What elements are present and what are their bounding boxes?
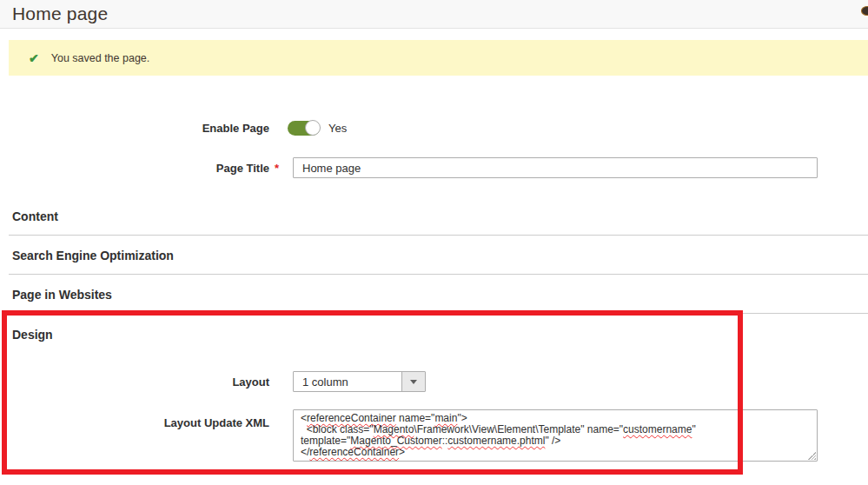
page-title: Home page xyxy=(12,3,108,24)
success-message-text: You saved the page. xyxy=(51,52,150,64)
layout-update-xml-input[interactable]: <referenceContainer name="main"> <block … xyxy=(293,409,818,462)
checkmark-icon: ✔ xyxy=(29,51,39,65)
section-design: Design Layout 1 column Layout Update XML… xyxy=(0,328,868,462)
enable-page-state-label: Yes xyxy=(328,122,347,135)
enable-page-label: Enable Page xyxy=(0,122,269,135)
enable-page-toggle[interactable] xyxy=(288,121,320,136)
caret-glyph xyxy=(410,380,417,384)
section-design-header[interactable]: Design xyxy=(12,328,868,342)
resize-handle[interactable] xyxy=(807,451,816,460)
required-asterisk: * xyxy=(269,162,293,175)
page-title-row: Page Title * xyxy=(0,157,868,178)
accordion-sections: Content Search Engine Optimization Page … xyxy=(0,209,868,314)
toggle-knob xyxy=(305,120,321,136)
section-seo[interactable]: Search Engine Optimization xyxy=(9,249,868,275)
section-page-in-websites[interactable]: Page in Websites xyxy=(9,288,868,314)
layout-update-xml-row: Layout Update XML <referenceContainer na… xyxy=(0,409,868,462)
layout-row: Layout 1 column xyxy=(0,371,868,392)
layout-select-value: 1 column xyxy=(294,372,401,391)
page-form: Enable Page Yes Page Title * xyxy=(0,121,868,178)
layout-select[interactable]: 1 column xyxy=(293,371,426,392)
chevron-down-icon[interactable] xyxy=(401,372,425,391)
layout-label: Layout xyxy=(0,375,269,389)
success-message-banner: ✔ You saved the page. xyxy=(9,40,868,76)
layout-update-xml-label: Layout Update XML xyxy=(0,409,269,429)
truncated-corner-icon[interactable] xyxy=(861,6,868,16)
page-title-label: Page Title xyxy=(0,162,269,175)
section-content[interactable]: Content xyxy=(9,209,868,236)
page-title-input[interactable] xyxy=(293,157,818,178)
enable-page-row: Enable Page Yes xyxy=(0,121,868,136)
page-header: Home page xyxy=(0,0,868,29)
